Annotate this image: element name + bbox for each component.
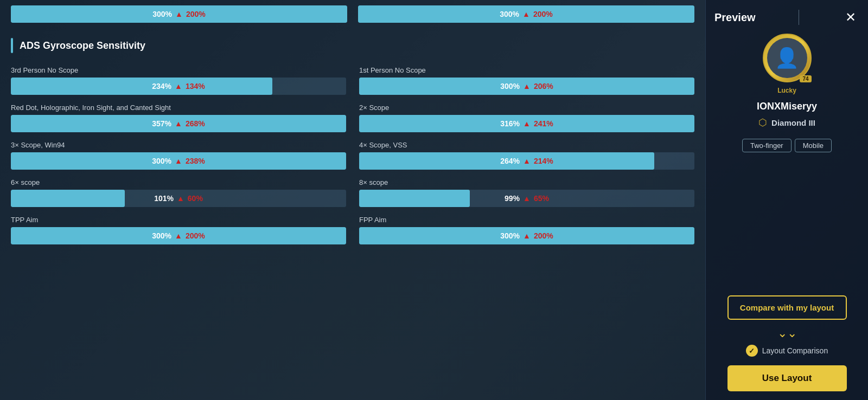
sens-bar-bg: 316%▲241% bbox=[359, 115, 694, 132]
section-header: ADS Gyroscope Sensitivity bbox=[11, 34, 694, 57]
sens-item: FPP Aim300%▲200% bbox=[359, 216, 694, 244]
sens-bar-bg: 264%▲214% bbox=[359, 152, 694, 170]
sens-value: 300% bbox=[152, 157, 171, 165]
sens-bar-label: 99%▲65% bbox=[505, 194, 549, 203]
sens-value: 300% bbox=[500, 231, 520, 240]
rank-icon: ⬡ bbox=[758, 117, 767, 128]
sens-arrow-up-icon: ▲ bbox=[523, 157, 531, 165]
sens-arrow-up-icon: ▲ bbox=[523, 82, 531, 91]
sens-value: 234% bbox=[152, 82, 171, 91]
sens-label: 3rd Person No Scope bbox=[11, 66, 346, 74]
main-container: 300% ▲ 200% 300% ▲ 200% bbox=[0, 0, 868, 400]
sens-increase: 65% bbox=[534, 194, 549, 203]
check-circle-icon: ✓ bbox=[746, 345, 758, 357]
sens-increase: 206% bbox=[534, 82, 553, 91]
sens-arrow-up-icon: ▲ bbox=[523, 119, 531, 128]
sens-value: 316% bbox=[500, 119, 520, 128]
sens-label: 3× Scope, Win94 bbox=[11, 141, 346, 149]
sens-bar-bg: 234%▲134% bbox=[11, 78, 346, 95]
sens-bar-fill bbox=[11, 78, 272, 95]
sens-item: 1st Person No Scope300%▲206% bbox=[359, 66, 694, 95]
top-bar-right-bg: 300% ▲ 200% bbox=[358, 5, 694, 23]
top-bar-left-arrow: ▲ bbox=[175, 10, 183, 18]
right-panel: Preview ✕ 👤 74 Lucky IONXMiseryy ⬡ Diamo… bbox=[705, 0, 868, 400]
sens-item: 8× scope99%▲65% bbox=[359, 178, 694, 207]
sens-label: TPP Aim bbox=[11, 216, 346, 224]
lucky-tag: Lucky bbox=[777, 87, 796, 94]
sens-bar-label: 300%▲200% bbox=[500, 231, 553, 240]
top-bar-left-bg: 300% ▲ 200% bbox=[11, 5, 347, 23]
sens-value: 300% bbox=[500, 82, 520, 91]
rank-row: ⬡ Diamond III bbox=[758, 117, 815, 128]
avatar-inner: 👤 bbox=[767, 38, 807, 78]
level-badge: 74 bbox=[800, 75, 811, 82]
sens-item: 3× Scope, Win94300%▲238% bbox=[11, 141, 346, 170]
sens-label: Red Dot, Holographic, Iron Sight, and Ca… bbox=[11, 104, 346, 112]
tags-row: Two-finger Mobile bbox=[741, 137, 833, 154]
sens-label: 2× Scope bbox=[359, 104, 694, 112]
sens-arrow-up-icon: ▲ bbox=[175, 157, 182, 165]
preview-title: Preview bbox=[714, 11, 756, 24]
layout-comparison-row: ✓ Layout Comparison bbox=[746, 345, 828, 357]
sens-arrow-up-icon: ▲ bbox=[523, 194, 531, 203]
rank-text: Diamond III bbox=[771, 118, 815, 127]
use-layout-button[interactable]: Use Layout bbox=[727, 365, 847, 391]
sens-value: 357% bbox=[152, 119, 171, 128]
sens-bar-label: 300%▲238% bbox=[152, 157, 205, 165]
sens-bar-bg: 101%▲60% bbox=[11, 190, 346, 207]
top-bar-left-label: 300% ▲ 200% bbox=[152, 10, 205, 18]
sens-increase: 268% bbox=[186, 119, 205, 128]
sens-item: Red Dot, Holographic, Iron Sight, and Ca… bbox=[11, 104, 346, 132]
sens-item: 6× scope101%▲60% bbox=[11, 178, 346, 207]
sens-arrow-up-icon: ▲ bbox=[175, 119, 182, 128]
sens-bar-bg: 300%▲200% bbox=[359, 227, 694, 244]
chevron-down-icon: ⌄⌄ bbox=[777, 326, 797, 340]
sens-arrow-up-icon: ▲ bbox=[523, 231, 531, 240]
top-bar-left-increase: 200% bbox=[186, 10, 206, 18]
tag-two-finger[interactable]: Two-finger bbox=[742, 139, 792, 152]
sens-increase: 238% bbox=[186, 157, 205, 165]
sens-bar-bg: 300%▲200% bbox=[11, 227, 346, 244]
sens-value: 300% bbox=[152, 231, 171, 240]
sens-bar-label: 300%▲200% bbox=[152, 231, 205, 240]
sens-bar-bg: 300%▲238% bbox=[11, 152, 346, 170]
sens-increase: 200% bbox=[186, 231, 205, 240]
avatar-person-icon: 👤 bbox=[775, 47, 799, 69]
tag-mobile[interactable]: Mobile bbox=[795, 139, 832, 152]
top-bar-right: 300% ▲ 200% bbox=[358, 5, 694, 23]
username: IONXMiseryy bbox=[757, 101, 817, 112]
sens-bar-label: 101%▲60% bbox=[154, 194, 203, 203]
sensitivity-grid: 3rd Person No Scope234%▲134%1st Person N… bbox=[11, 66, 694, 244]
compare-button[interactable]: Compare with my layout bbox=[727, 295, 847, 320]
sens-bar-fill bbox=[11, 190, 125, 207]
avatar: 👤 74 bbox=[763, 34, 812, 82]
sens-item: 2× Scope316%▲241% bbox=[359, 104, 694, 132]
section-accent bbox=[11, 38, 13, 53]
sens-label: 4× Scope, VSS bbox=[359, 141, 694, 149]
close-button[interactable]: ✕ bbox=[842, 9, 859, 26]
sens-value: 101% bbox=[154, 194, 174, 203]
sens-label: FPP Aim bbox=[359, 216, 694, 224]
sens-label: 8× scope bbox=[359, 178, 694, 186]
sens-increase: 134% bbox=[186, 82, 205, 91]
top-bar-right-increase: 200% bbox=[533, 10, 553, 18]
sens-bar-label: 316%▲241% bbox=[500, 119, 553, 128]
sens-increase: 241% bbox=[534, 119, 553, 128]
sens-increase: 200% bbox=[534, 231, 553, 240]
sens-arrow-up-icon: ▲ bbox=[175, 82, 182, 91]
layout-comparison-label: Layout Comparison bbox=[762, 346, 828, 355]
sens-value: 264% bbox=[500, 157, 520, 165]
sens-arrow-up-icon: ▲ bbox=[177, 194, 184, 203]
preview-header: Preview ✕ bbox=[714, 9, 859, 26]
sens-increase: 214% bbox=[534, 157, 553, 165]
top-bar-right-arrow: ▲ bbox=[522, 10, 530, 18]
sens-bar-label: 300%▲206% bbox=[500, 82, 553, 91]
sens-bar-fill bbox=[359, 190, 470, 207]
section-title: ADS Gyroscope Sensitivity bbox=[20, 40, 145, 51]
sens-item: 3rd Person No Scope234%▲134% bbox=[11, 66, 346, 95]
sens-arrow-up-icon: ▲ bbox=[175, 231, 182, 240]
sens-bar-label: 264%▲214% bbox=[500, 157, 553, 165]
top-bar-left-value: 300% bbox=[152, 10, 172, 18]
sens-item: TPP Aim300%▲200% bbox=[11, 216, 346, 244]
sens-bar-bg: 357%▲268% bbox=[11, 115, 346, 132]
